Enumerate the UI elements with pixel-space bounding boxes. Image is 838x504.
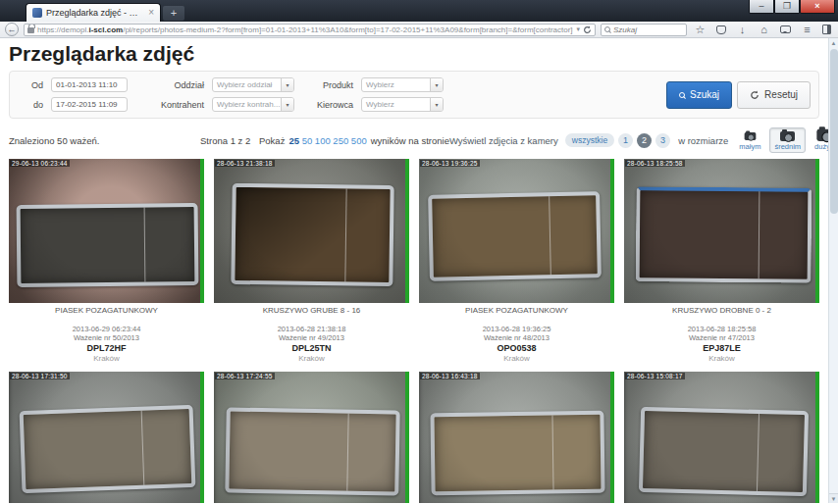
weighing-date: 2013-06-28 21:38:18 (214, 325, 409, 333)
from-date-input[interactable] (51, 77, 128, 92)
size-option-średnim[interactable]: średnim (769, 127, 806, 153)
results-count: Znaleziono 50 ważeń. (9, 135, 200, 146)
page-viewport: Przeglądarka zdjęć Od Oddział Wybierz od… (0, 38, 838, 503)
scroll-up-icon[interactable]: ▲ (829, 38, 838, 48)
camera-option-3[interactable]: 3 (655, 133, 670, 148)
photo-caption: KRUSZYWO DROBNE 0 - 2 2013-06-28 18:25:5… (624, 306, 819, 364)
per-page-option[interactable]: 250 (333, 135, 348, 146)
photo-card[interactable]: 28-06-13 17:24:55 PIASEK POZAGATUNKOWY (214, 372, 409, 503)
product-name: KRUSZYWO GRUBE 8 - 16 (214, 306, 409, 315)
scrollbar-thumb[interactable] (830, 49, 838, 214)
photo-card[interactable]: 28-06-13 16:43:18 PIASEK POZAGATUNKOWY (419, 372, 614, 503)
maximize-button[interactable]: ❐ (774, 0, 800, 14)
photo-card[interactable]: 28-06-13 19:36:25 PIASEK POZAGATUNKOWY 2… (419, 159, 614, 364)
per-page-option[interactable]: 500 (351, 135, 367, 146)
navigation-bar: ← https://demopl.i-scl.com/pl/reports/ph… (0, 22, 838, 38)
url-bar[interactable]: https://demopl.i-scl.com/pl/reports/phot… (24, 24, 596, 36)
branch-label: Oddział (135, 80, 204, 90)
chevron-down-icon[interactable]: ▾ (281, 78, 293, 91)
per-page-option[interactable]: 25 (288, 135, 299, 146)
photo-card[interactable]: 28-06-13 21:38:18 KRUSZYWO GRUBE 8 - 16 … (214, 159, 409, 364)
truck-photo[interactable]: 28-06-13 19:36:25 (419, 159, 614, 303)
sidebar-toggle-icon[interactable] (822, 25, 831, 34)
reload-icon[interactable] (583, 25, 592, 34)
url-dropdown-icon[interactable]: ▾ (576, 25, 580, 33)
size-option-label: dużym (814, 142, 828, 151)
truck-photo[interactable]: 29-06-13 06:23:44 (9, 159, 204, 303)
size-option-dużym[interactable]: dużym (810, 127, 828, 153)
city: Kraków (9, 354, 204, 364)
page-title: Przeglądarka zdjęć (9, 42, 819, 66)
camera-option-1[interactable]: 1 (618, 133, 633, 148)
minimize-button[interactable]: – (749, 0, 774, 14)
show-label: Pokaż (259, 135, 285, 146)
size-option-label: średnim (774, 142, 801, 151)
search-button[interactable]: Szukaj (666, 81, 732, 109)
photo-card[interactable]: 28-06-13 17:31:50 KRUSZYWO GRUBE 8 - 16 (9, 372, 204, 503)
url-text: https://demopl.i-scl.com/pl/reports/phot… (37, 25, 573, 34)
green-edge-stripe (405, 159, 409, 303)
truck-photo[interactable]: 28-06-13 17:24:55 (214, 372, 409, 503)
reset-button[interactable]: Resetuj (737, 81, 811, 109)
camera-timestamp-overlay: 28-06-13 21:38:18 (215, 160, 275, 167)
tab-favicon-icon (32, 8, 42, 18)
results-bar: Znaleziono 50 ważeń. Strona 1 z 2 Pokaż … (9, 126, 819, 155)
pocket-icon[interactable] (716, 25, 726, 34)
back-button[interactable]: ← (5, 23, 19, 36)
chevron-down-icon[interactable]: ▾ (281, 98, 293, 111)
city: Kraków (419, 354, 614, 364)
green-edge-stripe (815, 372, 819, 503)
photo-card[interactable]: 28-06-13 15:08:17 PIASEK POZAGATUNKOWY (624, 372, 819, 503)
camera-timestamp-overlay: 28-06-13 16:43:18 (420, 373, 480, 379)
photo-card[interactable]: 28-06-13 18:25:58 KRUSZYWO DROBNE 0 - 2 … (624, 159, 819, 364)
downloads-icon[interactable]: ↓ (734, 24, 751, 36)
chevron-down-icon[interactable]: ▾ (430, 78, 443, 91)
per-page-option[interactable]: 100 (315, 135, 331, 146)
scroll-down-icon[interactable]: ▼ (829, 493, 838, 503)
menu-icon[interactable]: ≡ (799, 24, 815, 36)
driver-select[interactable]: Wybierz▾ (361, 97, 444, 112)
page-content: Przeglądarka zdjęć Od Oddział Wybierz od… (0, 38, 828, 503)
browser-search-input[interactable] (613, 25, 672, 34)
browser-tab[interactable]: Przeglądarka zdjęć - GS Pa... × (26, 3, 161, 22)
url-path: /pl/reports/photos-medium-2?form[from]=0… (123, 25, 573, 34)
to-label: do (18, 100, 43, 110)
product-select[interactable]: Wybierz▾ (361, 77, 444, 92)
truck-photo[interactable]: 28-06-13 15:08:17 (624, 372, 819, 503)
weighing-date: 2013-06-29 06:23:44 (9, 325, 204, 333)
close-button[interactable]: × (800, 0, 835, 14)
page-scrollbar[interactable]: ▲ ▼ (828, 38, 838, 503)
bookmark-star-icon[interactable]: ☆ (692, 24, 708, 36)
home-icon[interactable]: ⌂ (756, 24, 772, 36)
weighing-details: 2013-06-28 21:38:18 Ważenie nr 49/2013 D… (214, 325, 409, 364)
filter-panel: Od Oddział Wybierz oddział▾ Produkt Wybi… (9, 71, 819, 119)
camera-option-2[interactable]: 2 (637, 133, 652, 148)
tab-close-icon[interactable]: × (148, 8, 154, 18)
chevron-down-icon[interactable]: ▾ (430, 98, 443, 111)
contractor-select[interactable]: Wybierz kontrah...▾ (212, 97, 294, 112)
size-option-małym[interactable]: małym (734, 127, 765, 153)
branch-select[interactable]: Wybierz oddział▾ (212, 77, 294, 92)
weighing-details: 2013-06-28 18:25:58 Ważenie nr 47/2013 E… (624, 325, 819, 364)
city: Kraków (624, 354, 819, 364)
branch-placeholder: Wybierz oddział (213, 80, 281, 89)
truck-photo[interactable]: 28-06-13 17:31:50 (9, 372, 204, 503)
chat-bubble-icon[interactable] (780, 25, 791, 33)
truck-photo[interactable]: 28-06-13 16:43:18 (419, 372, 614, 503)
per-page-option[interactable]: 50 (302, 135, 313, 146)
camera-timestamp-overlay: 28-06-13 18:25:58 (625, 160, 685, 167)
license-plate: OPO0538 (419, 343, 614, 354)
camera-option-wszystkie[interactable]: wszystkie (565, 133, 614, 147)
browser-search-box[interactable] (601, 24, 687, 36)
truck-photo[interactable]: 28-06-13 18:25:58 (624, 159, 819, 303)
per-page-suffix: wyników na stronie (371, 135, 449, 146)
green-edge-stripe (610, 159, 614, 303)
to-date-input[interactable] (51, 97, 128, 112)
photo-vignette (214, 372, 409, 503)
photo-card[interactable]: 29-06-13 06:23:44 PIASEK POZAGATUNKOWY 2… (9, 159, 204, 364)
search-icon (604, 26, 610, 32)
truck-photo[interactable]: 28-06-13 21:38:18 (214, 159, 409, 303)
photo-grid: 29-06-13 06:23:44 PIASEK POZAGATUNKOWY 2… (9, 159, 819, 503)
weighing-number: Ważenie nr 49/2013 (214, 333, 409, 342)
new-tab-button[interactable]: + (163, 6, 184, 21)
